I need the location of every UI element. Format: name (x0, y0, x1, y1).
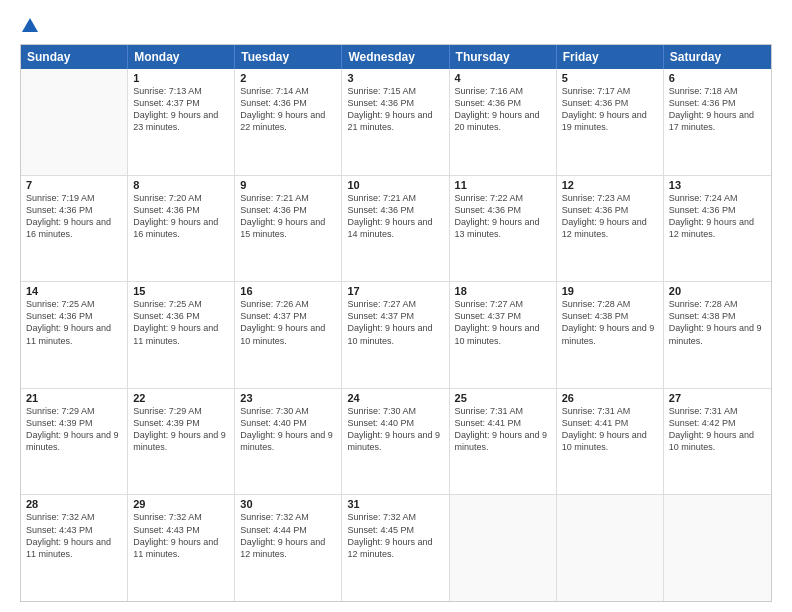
daylight: Daylight: 9 hours and 9 minutes. (133, 429, 229, 453)
sunset: Sunset: 4:38 PM (562, 310, 658, 322)
cal-cell: 4Sunrise: 7:16 AMSunset: 4:36 PMDaylight… (450, 69, 557, 175)
day-number: 4 (455, 72, 551, 84)
daylight: Daylight: 9 hours and 9 minutes. (669, 322, 766, 346)
cell-info: Sunrise: 7:27 AMSunset: 4:37 PMDaylight:… (455, 298, 551, 347)
sunset: Sunset: 4:44 PM (240, 524, 336, 536)
daylight: Daylight: 9 hours and 12 minutes. (669, 216, 766, 240)
sunset: Sunset: 4:36 PM (669, 204, 766, 216)
daylight: Daylight: 9 hours and 9 minutes. (26, 429, 122, 453)
day-number: 7 (26, 179, 122, 191)
daylight: Daylight: 9 hours and 11 minutes. (26, 322, 122, 346)
day-number: 31 (347, 498, 443, 510)
cell-info: Sunrise: 7:25 AMSunset: 4:36 PMDaylight:… (26, 298, 122, 347)
cal-cell: 2Sunrise: 7:14 AMSunset: 4:36 PMDaylight… (235, 69, 342, 175)
cal-cell: 28Sunrise: 7:32 AMSunset: 4:43 PMDayligh… (21, 495, 128, 601)
daylight: Daylight: 9 hours and 11 minutes. (133, 536, 229, 560)
day-number: 18 (455, 285, 551, 297)
sunrise: Sunrise: 7:31 AM (669, 405, 766, 417)
sunset: Sunset: 4:36 PM (240, 204, 336, 216)
sunset: Sunset: 4:36 PM (455, 204, 551, 216)
sunset: Sunset: 4:37 PM (133, 97, 229, 109)
day-number: 30 (240, 498, 336, 510)
sunrise: Sunrise: 7:31 AM (562, 405, 658, 417)
day-number: 28 (26, 498, 122, 510)
sunrise: Sunrise: 7:21 AM (347, 192, 443, 204)
cell-info: Sunrise: 7:31 AMSunset: 4:42 PMDaylight:… (669, 405, 766, 454)
cell-info: Sunrise: 7:18 AMSunset: 4:36 PMDaylight:… (669, 85, 766, 134)
daylight: Daylight: 9 hours and 21 minutes. (347, 109, 443, 133)
cal-cell: 15Sunrise: 7:25 AMSunset: 4:36 PMDayligh… (128, 282, 235, 388)
day-number: 16 (240, 285, 336, 297)
day-number: 10 (347, 179, 443, 191)
logo-triangle-icon (22, 18, 38, 32)
daylight: Daylight: 9 hours and 14 minutes. (347, 216, 443, 240)
cal-cell: 10Sunrise: 7:21 AMSunset: 4:36 PMDayligh… (342, 176, 449, 282)
cal-cell: 18Sunrise: 7:27 AMSunset: 4:37 PMDayligh… (450, 282, 557, 388)
sunset: Sunset: 4:37 PM (240, 310, 336, 322)
cell-info: Sunrise: 7:26 AMSunset: 4:37 PMDaylight:… (240, 298, 336, 347)
cal-header-cell-tuesday: Tuesday (235, 45, 342, 69)
daylight: Daylight: 9 hours and 9 minutes. (455, 429, 551, 453)
sunrise: Sunrise: 7:29 AM (26, 405, 122, 417)
cell-info: Sunrise: 7:27 AMSunset: 4:37 PMDaylight:… (347, 298, 443, 347)
cal-cell: 1Sunrise: 7:13 AMSunset: 4:37 PMDaylight… (128, 69, 235, 175)
cal-header-cell-wednesday: Wednesday (342, 45, 449, 69)
day-number: 14 (26, 285, 122, 297)
sunset: Sunset: 4:36 PM (347, 204, 443, 216)
header (20, 18, 772, 34)
sunset: Sunset: 4:38 PM (669, 310, 766, 322)
daylight: Daylight: 9 hours and 10 minutes. (455, 322, 551, 346)
sunrise: Sunrise: 7:14 AM (240, 85, 336, 97)
day-number: 20 (669, 285, 766, 297)
sunset: Sunset: 4:36 PM (562, 97, 658, 109)
sunset: Sunset: 4:41 PM (562, 417, 658, 429)
daylight: Daylight: 9 hours and 22 minutes. (240, 109, 336, 133)
sunrise: Sunrise: 7:27 AM (347, 298, 443, 310)
day-number: 26 (562, 392, 658, 404)
cal-row-week-2: 7Sunrise: 7:19 AMSunset: 4:36 PMDaylight… (21, 176, 771, 283)
sunrise: Sunrise: 7:28 AM (562, 298, 658, 310)
cal-cell: 21Sunrise: 7:29 AMSunset: 4:39 PMDayligh… (21, 389, 128, 495)
daylight: Daylight: 9 hours and 10 minutes. (347, 322, 443, 346)
daylight: Daylight: 9 hours and 10 minutes. (669, 429, 766, 453)
cell-info: Sunrise: 7:32 AMSunset: 4:45 PMDaylight:… (347, 511, 443, 560)
calendar: SundayMondayTuesdayWednesdayThursdayFrid… (20, 44, 772, 602)
sunset: Sunset: 4:43 PM (133, 524, 229, 536)
day-number: 27 (669, 392, 766, 404)
cell-info: Sunrise: 7:20 AMSunset: 4:36 PMDaylight:… (133, 192, 229, 241)
daylight: Daylight: 9 hours and 17 minutes. (669, 109, 766, 133)
day-number: 9 (240, 179, 336, 191)
day-number: 8 (133, 179, 229, 191)
daylight: Daylight: 9 hours and 12 minutes. (240, 536, 336, 560)
sunset: Sunset: 4:36 PM (562, 204, 658, 216)
daylight: Daylight: 9 hours and 10 minutes. (562, 429, 658, 453)
sunrise: Sunrise: 7:30 AM (240, 405, 336, 417)
sunset: Sunset: 4:36 PM (669, 97, 766, 109)
day-number: 21 (26, 392, 122, 404)
cell-info: Sunrise: 7:32 AMSunset: 4:44 PMDaylight:… (240, 511, 336, 560)
sunset: Sunset: 4:36 PM (26, 204, 122, 216)
cell-info: Sunrise: 7:29 AMSunset: 4:39 PMDaylight:… (133, 405, 229, 454)
cal-row-week-4: 21Sunrise: 7:29 AMSunset: 4:39 PMDayligh… (21, 389, 771, 496)
cell-info: Sunrise: 7:21 AMSunset: 4:36 PMDaylight:… (347, 192, 443, 241)
cal-cell: 12Sunrise: 7:23 AMSunset: 4:36 PMDayligh… (557, 176, 664, 282)
cal-cell (21, 69, 128, 175)
cell-info: Sunrise: 7:30 AMSunset: 4:40 PMDaylight:… (240, 405, 336, 454)
cell-info: Sunrise: 7:23 AMSunset: 4:36 PMDaylight:… (562, 192, 658, 241)
day-number: 5 (562, 72, 658, 84)
day-number: 12 (562, 179, 658, 191)
cal-row-week-5: 28Sunrise: 7:32 AMSunset: 4:43 PMDayligh… (21, 495, 771, 601)
cell-info: Sunrise: 7:28 AMSunset: 4:38 PMDaylight:… (562, 298, 658, 347)
cell-info: Sunrise: 7:17 AMSunset: 4:36 PMDaylight:… (562, 85, 658, 134)
day-number: 13 (669, 179, 766, 191)
sunrise: Sunrise: 7:32 AM (133, 511, 229, 523)
cal-cell: 29Sunrise: 7:32 AMSunset: 4:43 PMDayligh… (128, 495, 235, 601)
sunset: Sunset: 4:36 PM (26, 310, 122, 322)
cell-info: Sunrise: 7:31 AMSunset: 4:41 PMDaylight:… (562, 405, 658, 454)
day-number: 19 (562, 285, 658, 297)
sunset: Sunset: 4:36 PM (347, 97, 443, 109)
cell-info: Sunrise: 7:14 AMSunset: 4:36 PMDaylight:… (240, 85, 336, 134)
cal-header-cell-monday: Monday (128, 45, 235, 69)
cal-cell: 5Sunrise: 7:17 AMSunset: 4:36 PMDaylight… (557, 69, 664, 175)
sunset: Sunset: 4:36 PM (133, 310, 229, 322)
